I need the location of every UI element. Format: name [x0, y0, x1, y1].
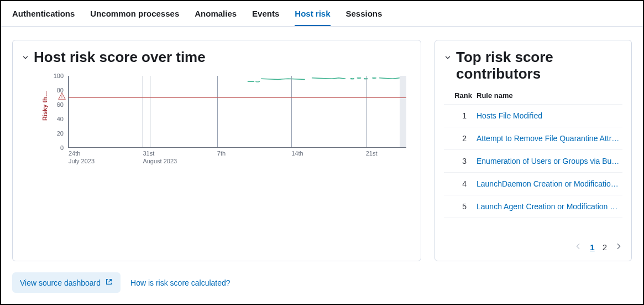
button-label: View source dashboard	[20, 278, 101, 287]
chart-vline	[150, 76, 150, 147]
rule-link[interactable]: Attempt to Remove File Quarantine Attri…	[477, 134, 620, 143]
x-tick-label: 31st	[143, 150, 154, 157]
rule-cell: Attempt to Remove File Quarantine Attri…	[474, 127, 622, 149]
table-row: 1Hosts File Modified	[444, 104, 622, 127]
rank-cell: 4	[444, 172, 474, 195]
rule-link[interactable]: Launch Agent Creation or Modification …	[477, 202, 620, 211]
x-tick-label: 14th	[291, 150, 303, 157]
tabs-nav: Authentications Uncommon processes Anoma…	[1, 1, 643, 27]
chart-vline	[69, 76, 69, 147]
tab-anomalies[interactable]: Anomalies	[195, 9, 237, 26]
y-tick: 0	[41, 144, 64, 151]
popout-icon	[105, 278, 113, 287]
pagination: 1 2	[444, 237, 622, 252]
host-risk-chart-panel: Host risk score over time Risky th… 0204…	[12, 40, 421, 261]
page-1[interactable]: 1	[590, 242, 594, 252]
chart-vline	[366, 76, 366, 147]
content-row: Host risk score over time Risky th… 0204…	[1, 27, 643, 268]
panel-title-chart: Host risk score over time	[34, 49, 206, 66]
svg-point-2	[255, 81, 259, 82]
y-tick: 40	[41, 116, 64, 122]
tab-authentications[interactable]: Authentications	[12, 9, 75, 26]
svg-point-3	[350, 78, 354, 79]
panel-header-right: Top risk score contributors	[444, 49, 622, 82]
rank-cell: 2	[444, 127, 474, 149]
rule-link[interactable]: LaunchDaemon Creation or Modificatio…	[477, 179, 620, 188]
col-rule[interactable]: Rule name	[474, 88, 622, 105]
table-row: 3Enumeration of Users or Groups via Buil…	[444, 149, 622, 172]
rank-cell: 5	[444, 195, 474, 218]
rule-link[interactable]: Enumeration of Users or Groups via Buil…	[477, 157, 620, 166]
rank-cell: 1	[444, 104, 474, 127]
col-rank[interactable]: Rank	[444, 88, 474, 105]
y-axis: 020406080100	[41, 76, 64, 148]
risk-score-chart[interactable]: Risky th… 020406080100 24thJuly 202331st…	[38, 76, 406, 164]
y-tick: 20	[41, 130, 64, 137]
x-tick-label: 7th	[217, 150, 226, 157]
chart-vline	[143, 76, 143, 147]
rule-cell: Launch Agent Creation or Modification …	[474, 195, 622, 218]
page-2[interactable]: 2	[603, 242, 607, 252]
chevron-down-icon[interactable]	[444, 54, 452, 64]
rule-cell: Enumeration of Users or Groups via Buil…	[474, 149, 622, 172]
chevron-down-icon[interactable]	[22, 54, 29, 64]
rule-cell: Hosts File Modified	[474, 104, 622, 127]
x-tick-label-sub: July 2023	[69, 158, 95, 164]
panel-title-contributors: Top risk score contributors	[456, 49, 622, 82]
pager-next[interactable]	[615, 242, 622, 252]
y-tick: 100	[41, 73, 64, 79]
tab-host-risk[interactable]: Host risk	[295, 9, 330, 26]
plot-area: 24thJuly 202331stAugust 20237th14th21st	[68, 76, 406, 148]
table-row: 4LaunchDaemon Creation or Modificatio…	[444, 172, 622, 195]
rank-cell: 3	[444, 149, 474, 172]
how-calculated-link[interactable]: How is risk score calculated?	[130, 278, 231, 287]
table-row: 5Launch Agent Creation or Modification …	[444, 195, 622, 218]
pager-prev[interactable]	[574, 242, 582, 252]
chart-vline	[291, 76, 292, 147]
top-contributors-panel: Top risk score contributors Rank Rule na…	[434, 40, 632, 261]
svg-point-6	[372, 77, 376, 79]
threshold-line	[69, 97, 406, 98]
tab-sessions[interactable]: Sessions	[346, 9, 383, 26]
view-source-dashboard-button[interactable]: View source dashboard	[12, 272, 121, 293]
x-tick-label: 21st	[366, 150, 378, 157]
chart-end-band	[400, 76, 406, 147]
tab-events[interactable]: Events	[252, 9, 279, 26]
y-tick: 80	[41, 87, 64, 94]
y-tick: 60	[41, 101, 64, 108]
table-row: 2Attempt to Remove File Quarantine Attri…	[444, 127, 622, 149]
panel-header-left: Host risk score over time	[22, 49, 412, 66]
footer-actions: View source dashboard How is risk score …	[1, 272, 643, 293]
x-tick-label-sub: August 2023	[143, 158, 177, 164]
tab-uncommon-processes[interactable]: Uncommon processes	[90, 9, 179, 26]
chart-vline	[217, 76, 218, 147]
rule-cell: LaunchDaemon Creation or Modificatio…	[474, 172, 622, 195]
contributors-table: Rank Rule name 1Hosts File Modified2Atte…	[444, 88, 622, 218]
svg-point-4	[357, 77, 361, 79]
rule-link[interactable]: Hosts File Modified	[477, 111, 620, 120]
x-tick-label: 24th	[69, 150, 80, 157]
